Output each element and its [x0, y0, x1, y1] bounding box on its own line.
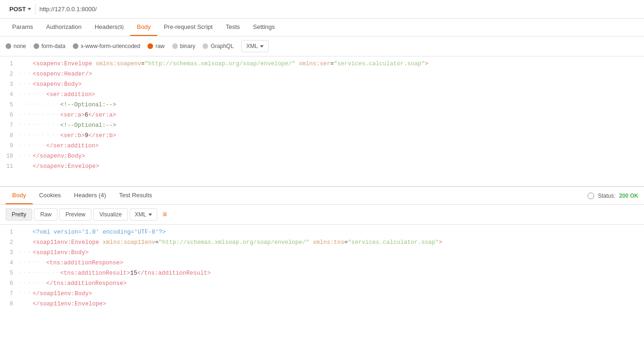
format-chevron-icon	[260, 45, 264, 48]
method-label: POST	[9, 6, 26, 13]
url-input[interactable]	[39, 6, 638, 13]
resp-code-line-5: 5· · · · · · · · ·<tns:additionResult>15…	[0, 270, 644, 280]
body-type-formdata-label: form-data	[42, 43, 65, 49]
tab-body[interactable]: Body	[130, 19, 157, 36]
line-dots: · · · · · · · · ·	[19, 102, 60, 107]
resp-tab-body[interactable]: Body	[6, 187, 33, 204]
response-tabs: Body Cookies Headers (4) Test Results St…	[0, 187, 644, 205]
line-dots: · · ·	[19, 71, 33, 76]
response-code-editor[interactable]: 1<?xml version='1.0' encoding='UTF-8'?>2…	[0, 225, 644, 314]
line-dots: · · · · · ·	[19, 143, 46, 148]
line-number: 10	[0, 153, 19, 159]
code-line-6: 6· · · · · · · · ·<ser:a>6</ser:a>	[0, 111, 644, 122]
resp-code-line-4: 4· · · · · ·<tns:additionResponse>	[0, 259, 644, 270]
line-number: 3	[0, 81, 19, 88]
view-tab-visualize[interactable]: Visualize	[93, 208, 128, 221]
tab-prerequest[interactable]: Pre-request Script	[157, 19, 219, 36]
view-tab-preview[interactable]: Preview	[59, 208, 91, 221]
line-dots: · · · · · · · · ·	[19, 122, 60, 127]
resp-line-number: 2	[0, 239, 19, 246]
body-type-graphql[interactable]: GraphQL	[203, 43, 233, 49]
view-tab-raw[interactable]: Raw	[34, 208, 57, 221]
resp-line-dots: · · ·	[19, 249, 33, 255]
line-content: </soapenv:Body>	[33, 153, 644, 159]
resp-code-line-3: 3· · ·<soap11env:Body>	[0, 249, 644, 259]
resp-tab-cookies[interactable]: Cookies	[33, 187, 68, 204]
resp-line-content: </soap11env:Envelope>	[33, 301, 644, 307]
radio-raw-icon	[147, 43, 153, 49]
line-dots: · · ·	[19, 153, 33, 158]
line-dots: · · · · · · · · ·	[19, 132, 60, 138]
line-dots: · · · · · · · · ·	[19, 112, 60, 117]
request-code-editor[interactable]: 1<soapenv:Envelope xmlns:soapenv="http:/…	[0, 56, 644, 187]
line-number: 9	[0, 143, 19, 149]
radio-urlencoded-icon	[73, 43, 78, 49]
tab-headers[interactable]: Headers(9)	[88, 19, 131, 36]
resp-line-number: 7	[0, 291, 19, 297]
code-line-9: 9· · · · · ·</ser:addition>	[0, 142, 644, 152]
resp-tab-headers[interactable]: Headers (4)	[68, 187, 113, 204]
code-line-3: 3· · ·<soapenv:Body>	[0, 81, 644, 91]
code-line-11: 11</soapenv:Envelope>	[0, 163, 644, 173]
response-format-label: XML	[135, 211, 147, 218]
view-tab-pretty[interactable]: Pretty	[6, 208, 32, 221]
line-content: <!--Optional:-->	[60, 122, 644, 129]
code-line-8: 8· · · · · · · · ·<ser:b>9</ser:b>	[0, 132, 644, 142]
tab-tests[interactable]: Tests	[219, 19, 246, 36]
resp-line-dots: · · · · · · · · ·	[19, 270, 60, 275]
body-type-urlencoded[interactable]: x-www-form-urlencoded	[73, 43, 140, 49]
resp-line-number: 6	[0, 280, 19, 287]
radio-none-icon	[6, 43, 11, 49]
line-content: </soapenv:Envelope>	[33, 163, 644, 170]
resp-code-line-7: 7· · ·</soap11env:Body>	[0, 290, 644, 300]
body-type-none[interactable]: none	[6, 43, 26, 49]
line-content: <!--Optional:-->	[60, 102, 644, 108]
resp-code-line-8: 8</soap11env:Envelope>	[0, 300, 644, 311]
method-chevron-icon	[28, 8, 31, 10]
line-content: <soapenv:Body>	[33, 81, 644, 88]
code-line-7: 7· · · · · · · · ·<!--Optional:-->	[0, 122, 644, 132]
body-type-formdata[interactable]: form-data	[34, 43, 65, 49]
url-bar: POST	[0, 0, 644, 19]
line-number: 7	[0, 122, 19, 129]
wrap-icon[interactable]: ≡	[163, 210, 167, 219]
code-line-1: 1<soapenv:Envelope xmlns:soapenv="http:/…	[0, 60, 644, 70]
code-line-5: 5· · · · · · · · ·<!--Optional:-->	[0, 101, 644, 111]
resp-line-number: 1	[0, 229, 19, 235]
response-format-selector[interactable]: XML	[130, 208, 157, 221]
line-dots: · · ·	[19, 81, 33, 86]
method-selector[interactable]: POST	[6, 4, 35, 14]
radio-graphql-icon	[203, 43, 208, 49]
line-number: 8	[0, 132, 19, 139]
line-content: <ser:addition>	[46, 91, 644, 98]
format-selector[interactable]: XML	[241, 40, 269, 52]
code-line-10: 10· · ·</soapenv:Body>	[0, 152, 644, 163]
body-type-raw-label: raw	[155, 43, 164, 49]
line-number: 5	[0, 102, 19, 108]
line-content: <ser:b>9</ser:b>	[60, 132, 644, 139]
body-type-binary[interactable]: binary	[172, 43, 196, 49]
body-type-none-label: none	[14, 43, 26, 49]
line-content: <soapenv:Envelope xmlns:soapenv="http://…	[33, 61, 644, 67]
resp-line-number: 5	[0, 270, 19, 277]
tab-authorization[interactable]: Authorization	[40, 19, 88, 36]
status-label: Status:	[598, 193, 615, 199]
resp-line-dots: · · · · · ·	[19, 260, 46, 265]
body-type-graphql-label: GraphQL	[210, 43, 233, 49]
resp-code-line-1: 1<?xml version='1.0' encoding='UTF-8'?>	[0, 228, 644, 239]
resp-code-line-2: 2<soap11env:Envelope xmlns:soap11env="ht…	[0, 239, 644, 249]
body-type-raw[interactable]: raw	[147, 43, 164, 49]
resp-tab-test-results[interactable]: Test Results	[112, 187, 159, 204]
tab-params[interactable]: Params	[6, 19, 40, 36]
radio-formdata-icon	[34, 43, 39, 49]
resp-line-content: <soap11env:Body>	[33, 249, 644, 256]
response-section: Body Cookies Headers (4) Test Results St…	[0, 187, 644, 314]
resp-line-dots: · · ·	[19, 291, 33, 296]
line-number: 2	[0, 71, 19, 77]
resp-line-content: </tns:additionResponse>	[46, 280, 644, 287]
tab-settings[interactable]: Settings	[246, 19, 281, 36]
request-tabs: Params Authorization Headers(9) Body Pre…	[0, 19, 644, 36]
code-line-2: 2· · ·<soapenv:Header/>	[0, 70, 644, 81]
resp-line-number: 3	[0, 249, 19, 256]
resp-line-number: 8	[0, 301, 19, 307]
